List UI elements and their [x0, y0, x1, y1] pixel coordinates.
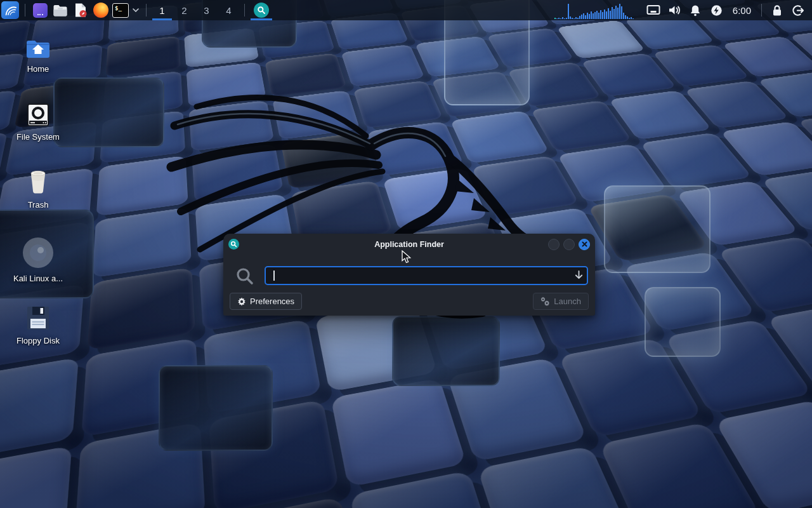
panel-separator	[761, 4, 762, 17]
launcher-terminal[interactable]: $_	[111, 0, 130, 20]
launch-gears-icon	[540, 297, 550, 306]
chevron-down-icon	[133, 8, 139, 12]
preferences-label: Preferences	[250, 297, 294, 306]
desktop-icon-label: Home	[27, 64, 49, 74]
desktop-icon-file-system[interactable]: File System	[5, 102, 71, 142]
finder-window-icon	[228, 239, 239, 250]
logout-icon[interactable]	[787, 0, 808, 20]
floppy-disk-icon	[25, 305, 51, 331]
terminal-dropdown[interactable]	[130, 0, 141, 20]
maximize-button[interactable]	[563, 239, 575, 250]
cpu-graph[interactable]	[554, 2, 634, 19]
dropdown-arrow-icon[interactable]	[574, 270, 584, 280]
desktop-icon-label: Trash	[28, 200, 49, 210]
terminal-icon: $_	[112, 3, 129, 18]
drive-icon	[25, 102, 51, 128]
launch-label: Launch	[554, 297, 581, 306]
desktop-icon-label: Floppy Disk	[16, 336, 60, 345]
black-glass-cube	[159, 365, 273, 451]
kali-dragon-icon	[1, 1, 19, 19]
system-tray: 6:00	[554, 0, 812, 20]
desktop-icon-trash[interactable]: Trash	[5, 169, 71, 210]
desktop-icon-floppy-disk[interactable]: Floppy Disk	[5, 305, 71, 345]
workspace-4[interactable]: 4	[218, 0, 240, 20]
desktop-screen: Home File System Trash Kali Linux a...	[0, 0, 812, 508]
window-app-icon	[33, 3, 48, 18]
glass-cube	[604, 185, 710, 273]
desktop-icon-label: Kali Linux a...	[13, 274, 63, 283]
application-finder-icon	[254, 3, 269, 18]
launch-button[interactable]: Launch	[533, 293, 589, 310]
power-icon[interactable]	[706, 0, 727, 20]
notifications-icon[interactable]	[685, 0, 706, 20]
taskbar-application-finder[interactable]	[249, 0, 273, 20]
launcher-firefox[interactable]	[91, 0, 111, 20]
minimize-button[interactable]	[548, 239, 560, 250]
applications-menu-button[interactable]	[0, 0, 20, 20]
text-editor-icon	[74, 3, 88, 18]
workspace-2[interactable]: 2	[173, 0, 195, 20]
workspace-3[interactable]: 3	[195, 0, 218, 20]
close-button[interactable]	[579, 239, 590, 250]
firefox-icon	[93, 3, 108, 18]
top-panel: $_ 1 2 3 4	[0, 0, 812, 20]
panel-separator	[25, 4, 25, 17]
text-caret	[273, 271, 275, 281]
panel-separator	[244, 4, 245, 17]
panel-separator	[146, 4, 147, 17]
desktop-icon-label: File System	[16, 132, 60, 142]
desktop-icon-kali-linux[interactable]: Kali Linux a...	[5, 236, 71, 283]
desktop-icon-home[interactable]: Home	[5, 36, 71, 74]
launcher-file-manager[interactable]	[50, 0, 70, 20]
finder-title: Application Finder	[223, 240, 595, 249]
kali-installer-icon	[22, 236, 55, 269]
finder-titlebar[interactable]: Application Finder	[223, 234, 595, 255]
workspace-1[interactable]: 1	[151, 0, 173, 20]
preferences-button[interactable]: Preferences	[230, 293, 302, 310]
lock-icon[interactable]	[766, 0, 787, 20]
clock[interactable]: 6:00	[727, 5, 757, 16]
volume-icon[interactable]	[664, 0, 685, 20]
home-folder-icon	[24, 36, 52, 60]
file-manager-icon	[53, 4, 68, 17]
search-icon	[235, 267, 254, 286]
close-icon	[582, 241, 587, 247]
glass-cube	[645, 287, 721, 357]
gear-icon	[237, 297, 246, 306]
black-glass-cube	[392, 316, 500, 386]
network-icon[interactable]	[643, 0, 664, 20]
launcher-window-app[interactable]	[30, 0, 50, 20]
application-finder-window: Application Finder Preferences	[223, 234, 595, 316]
trash-icon	[24, 169, 52, 196]
search-input[interactable]	[265, 266, 588, 285]
launcher-text-editor[interactable]	[70, 0, 91, 20]
